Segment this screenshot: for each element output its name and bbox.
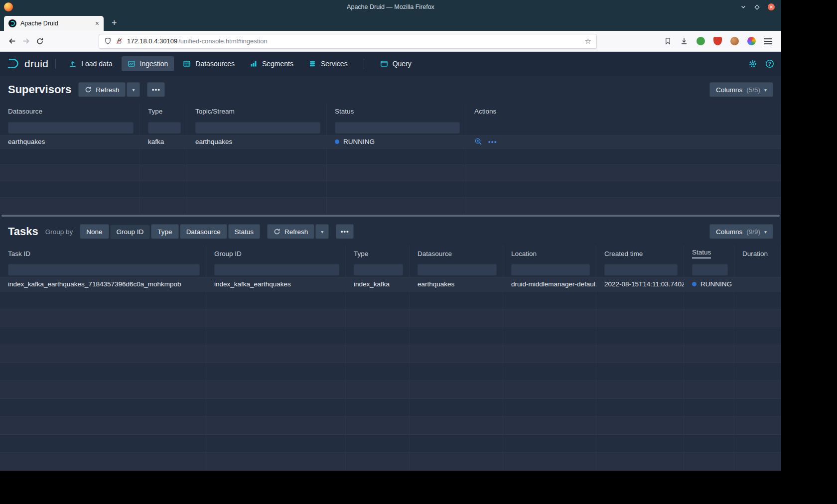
forward-icon[interactable]	[19, 34, 33, 48]
window-minimize-icon[interactable]	[740, 3, 747, 10]
column-header[interactable]: Task ID	[0, 246, 206, 261]
supervisors-refresh-caret-button[interactable]: ▾	[127, 82, 140, 97]
column-header[interactable]: Status	[327, 104, 466, 120]
row-actions-more-icon[interactable]: •••	[488, 138, 497, 145]
tasks-columns-button[interactable]: Columns (9/9) ▾	[709, 224, 773, 239]
task-duration[interactable]	[734, 277, 781, 291]
supervisor-topic[interactable]: earthquakes	[187, 135, 327, 147]
empty-cell	[346, 417, 410, 434]
scrollbar-thumb[interactable]	[1, 215, 780, 217]
group-by-type-button[interactable]: Type	[151, 224, 178, 239]
horizontal-scrollbar[interactable]	[0, 214, 781, 218]
column-header-sorted[interactable]: Status	[684, 246, 734, 261]
group-by-group-id-button[interactable]: Group ID	[110, 224, 150, 239]
empty-cell	[503, 345, 596, 363]
task-location[interactable]: druid-middlemanager-defaul...	[503, 277, 596, 291]
downloads-icon[interactable]	[680, 37, 688, 45]
desktop: Apache Druid — Mozilla Firefox Apache Dr…	[0, 0, 837, 504]
menu-hamburger-icon[interactable]	[764, 38, 772, 39]
bookmark-star-icon[interactable]: ☆	[585, 37, 591, 45]
supervisors-more-button[interactable]: •••	[147, 82, 165, 97]
supervisor-type[interactable]: kafka	[140, 135, 187, 147]
extension-green-icon[interactable]	[697, 37, 705, 45]
tab-close-icon[interactable]: ×	[95, 20, 99, 27]
tasks-refresh-caret-button[interactable]: ▾	[315, 224, 329, 239]
task-status[interactable]: RUNNING	[684, 277, 734, 291]
task-type[interactable]: index_kafka	[346, 277, 410, 291]
extension-pinwheel-icon[interactable]	[747, 37, 756, 45]
empty-cell	[734, 399, 781, 416]
empty-cell	[0, 327, 206, 345]
task-row-index-kafka[interactable]: index_kafka_earthquakes_7184357396d6c0a_…	[0, 277, 781, 291]
reload-icon[interactable]	[33, 34, 47, 48]
column-header[interactable]: Duration	[734, 246, 781, 261]
supervisor-status[interactable]: RUNNING	[327, 135, 466, 147]
help-icon[interactable]: ?	[765, 59, 774, 68]
column-header[interactable]: Created time	[596, 246, 684, 261]
supervisors-filter-type[interactable]	[148, 122, 181, 133]
column-header[interactable]: Actions	[466, 104, 781, 120]
column-header[interactable]: Group ID	[206, 246, 346, 261]
tasks-filter-type[interactable]	[354, 263, 403, 275]
empty-cell	[0, 198, 140, 214]
empty-cell	[0, 291, 206, 309]
task-datasource[interactable]: earthquakes	[410, 277, 503, 291]
empty-cell	[503, 291, 596, 309]
group-by-none-button[interactable]: None	[80, 224, 109, 239]
column-header[interactable]: Type	[140, 104, 187, 120]
empty-table-row	[0, 198, 781, 214]
group-by-status-button[interactable]: Status	[228, 224, 260, 239]
insecure-lock-icon[interactable]	[116, 37, 123, 45]
inspect-magnifier-icon[interactable]	[474, 137, 482, 145]
nav-services[interactable]: Services	[302, 56, 354, 71]
empty-cell	[206, 291, 346, 309]
tasks-filter-location[interactable]	[511, 263, 590, 275]
druid-brand[interactable]: druid	[7, 57, 48, 70]
new-tab-button[interactable]: +	[112, 18, 117, 27]
tasks-filter-task-id[interactable]	[8, 263, 200, 275]
column-header[interactable]: Location	[503, 246, 596, 261]
task-group-id[interactable]: index_kafka_earthquakes	[206, 277, 346, 291]
task-created-time[interactable]: 2022-08-15T14:11:03.740Z	[596, 277, 684, 291]
nav-ingestion[interactable]: Ingestion	[122, 56, 174, 71]
nav-load-data[interactable]: Load data	[63, 56, 118, 71]
extension-brown-icon[interactable]	[730, 37, 739, 45]
tasks-refresh-button[interactable]: Refresh	[267, 224, 314, 239]
supervisors-filter-topic[interactable]	[195, 122, 320, 133]
column-header[interactable]: Datasource	[0, 104, 140, 120]
empty-table-row	[0, 327, 781, 345]
back-icon[interactable]	[5, 34, 19, 48]
nav-query[interactable]: Query	[374, 56, 418, 71]
column-header[interactable]: Type	[346, 246, 410, 261]
window-maximize-icon[interactable]	[754, 4, 760, 10]
empty-cell	[346, 435, 410, 452]
group-by-datasource-button[interactable]: Datasource	[180, 224, 227, 239]
tasks-filter-group-id[interactable]	[214, 263, 339, 275]
tracking-shield-icon[interactable]	[104, 37, 112, 45]
column-header[interactable]: Topic/Stream	[187, 104, 327, 120]
nav-segments[interactable]: Segments	[244, 56, 299, 71]
settings-gear-icon[interactable]	[748, 59, 757, 68]
tasks-more-button[interactable]: •••	[336, 224, 354, 239]
supervisors-columns-button[interactable]: Columns (5/5) ▾	[709, 82, 773, 97]
window-close-icon[interactable]	[767, 3, 775, 11]
tasks-filter-created-time[interactable]	[604, 263, 678, 275]
supervisor-datasource[interactable]: earthquakes	[0, 135, 140, 147]
empty-table-row	[0, 363, 781, 381]
pocket-save-icon[interactable]	[664, 37, 672, 45]
tasks-filter-status[interactable]	[692, 263, 728, 275]
browser-tab[interactable]: Apache Druid ×	[4, 16, 104, 31]
supervisors-filter-status[interactable]	[335, 122, 460, 133]
supervisor-row-earthquakes[interactable]: earthquakes kafka earthquakes RUNNING ••…	[0, 135, 781, 148]
tasks-filter-datasource[interactable]	[418, 263, 497, 275]
empty-cell	[346, 327, 410, 345]
task-id[interactable]: index_kafka_earthquakes_7184357396d6c0a_…	[0, 277, 206, 291]
empty-cell	[503, 363, 596, 380]
empty-cell	[206, 453, 346, 470]
supervisors-refresh-button[interactable]: Refresh	[78, 82, 126, 97]
nav-datasources[interactable]: Datasources	[177, 56, 241, 71]
column-header[interactable]: Datasource	[410, 246, 503, 261]
supervisors-filter-datasource[interactable]	[8, 122, 134, 133]
url-bar[interactable]: 172.18.0.4:30109/unified-console.html#in…	[99, 34, 597, 49]
ublock-extension-icon[interactable]	[713, 37, 722, 45]
